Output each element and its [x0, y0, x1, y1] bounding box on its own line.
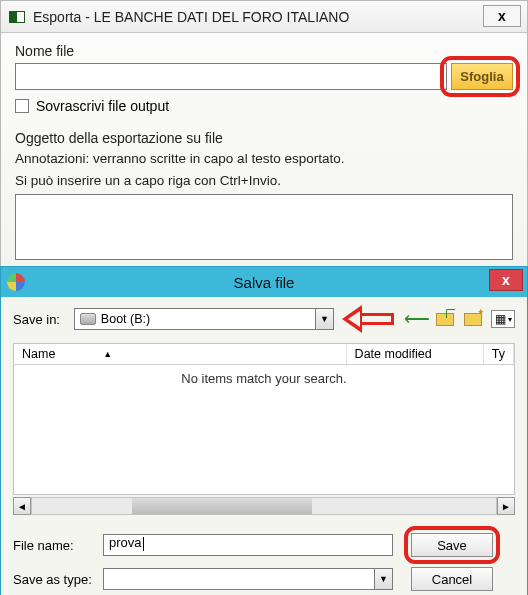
chevron-down-icon[interactable]: ▼ — [315, 309, 333, 329]
saveastype-combobox[interactable]: ▼ — [103, 568, 393, 590]
saveastype-label: Save as type: — [13, 572, 103, 587]
sovrascrivi-checkbox[interactable] — [15, 99, 29, 113]
savein-value: Boot (B:) — [101, 312, 315, 326]
export-title: Esporta - LE BANCHE DATI DEL FORO ITALIA… — [33, 9, 349, 25]
oggetto-textarea[interactable] — [15, 194, 513, 260]
drive-icon — [80, 313, 96, 325]
savefile-titlebar: Salva file x — [1, 267, 527, 297]
empty-message: No items match your search. — [181, 371, 346, 386]
file-list: No items match your search. — [13, 365, 515, 495]
back-icon[interactable]: ⟵ — [407, 310, 427, 328]
app-icon — [7, 273, 25, 291]
annotation-arrow — [342, 307, 397, 331]
scroll-right-button[interactable]: ► — [497, 497, 515, 515]
up-folder-icon[interactable] — [435, 310, 455, 328]
column-type[interactable]: Ty — [484, 344, 514, 364]
nomefile-label: Nome file — [15, 43, 513, 59]
savein-combobox[interactable]: Boot (B:) ▼ — [74, 308, 334, 330]
new-folder-icon[interactable] — [463, 310, 483, 328]
view-menu-button[interactable] — [491, 310, 515, 328]
cancel-button[interactable]: Cancel — [411, 567, 493, 591]
filename-input[interactable]: prova — [103, 534, 393, 556]
close-button[interactable]: x — [489, 269, 523, 291]
horizontal-scrollbar[interactable]: ◄ ► — [13, 497, 515, 515]
filename-label: File name: — [13, 538, 103, 553]
close-button[interactable]: x — [483, 5, 521, 27]
column-name[interactable]: Name▲ — [14, 344, 347, 364]
export-titlebar: Esporta - LE BANCHE DATI DEL FORO ITALIA… — [1, 1, 527, 33]
oggetto-label: Oggetto della esportazione su file — [15, 130, 513, 146]
savefile-title: Salva file — [234, 274, 295, 291]
close-icon: x — [502, 272, 510, 288]
chevron-down-icon[interactable]: ▼ — [374, 569, 392, 589]
sort-asc-icon: ▲ — [103, 349, 112, 359]
close-icon: x — [498, 8, 506, 24]
scroll-thumb[interactable] — [132, 498, 312, 514]
annotazioni-line1: Annotazioni: verranno scritte in capo al… — [15, 150, 513, 168]
annotazioni-line2: Si può inserire un a capo riga con Ctrl+… — [15, 172, 513, 190]
scroll-left-button[interactable]: ◄ — [13, 497, 31, 515]
nomefile-input[interactable] — [15, 63, 447, 90]
sfoglia-button[interactable]: Sfoglia — [451, 63, 513, 90]
file-list-header: Name▲ Date modified Ty — [13, 343, 515, 365]
app-icon — [9, 11, 25, 23]
scroll-track[interactable] — [31, 497, 497, 515]
sovrascrivi-label: Sovrascrivi file output — [36, 98, 169, 114]
column-date[interactable]: Date modified — [347, 344, 484, 364]
savein-label: Save in: — [13, 312, 74, 327]
save-button[interactable]: Save — [411, 533, 493, 557]
